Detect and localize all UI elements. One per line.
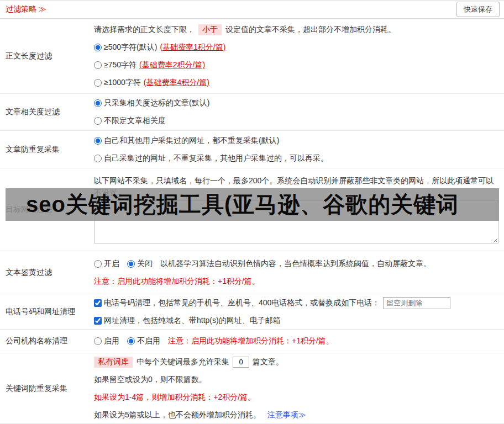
row-label: 文章相关度过滤 (0, 107, 94, 117)
radio-label: 自己和其他用户采集过的网址，都不重复采集(默认) (104, 136, 279, 146)
length-option-1000: ≥1000字符 (基础费率4积分/篇) (94, 74, 498, 92)
row-company-name-cleanup: 公司机构名称清理 启用 不启用 注意：启用此功能将增加积分消耗：+1积分/篇。 (0, 330, 504, 353)
row-label: 正文长度过滤 (0, 51, 94, 61)
keyword-note-five: 如果设为5篇或以上，也不会额外增加积分消耗。 注意事项≫ (94, 406, 498, 424)
radio-porn-off[interactable] (127, 260, 135, 268)
fee-note: (基础费率4积分/篇) (144, 78, 209, 88)
fee-note: (基础费率1积分/篇) (160, 43, 225, 52)
intro-text-post: 设定值的文章不采集，超出部分不增加积分消耗。 (225, 25, 396, 35)
watermark-text: seo关键词挖掘工具(亚马逊、谷歌的关键词 (26, 189, 459, 220)
page-title[interactable]: 过滤策略 ≫ (6, 4, 46, 14)
radio-relevance-any[interactable] (94, 117, 102, 125)
keyword-limit-input[interactable] (233, 357, 249, 368)
phone-cleanup-line: 电话号码清理，包括常见的手机号、座机号、400电话格式，或替换成如下电话： (94, 294, 498, 312)
row-label: 文章防重复采集 (0, 145, 94, 155)
keyword-note-five-text: 如果设为5篇或以上，也不会额外增加积分消耗。 (94, 410, 261, 420)
radio-dedupe-self[interactable] (94, 155, 102, 162)
checkbox-phone-cleanup[interactable] (94, 299, 102, 307)
length-option-750: ≥750字符 (基础费率2积分/篇) (94, 56, 498, 74)
relevance-option-strict: 只采集相关度达标的文章(默认) (94, 94, 498, 112)
porn-filter-desc: 以机器学习算法自动识别色情内容，当色情概率达到系统阈值，自动屏蔽文章。 (160, 259, 431, 269)
body-length-intro: 请选择需求的正文长度下限， 小于 设定值的文章不采集，超出部分不增加积分消耗。 (94, 21, 498, 39)
porn-filter-note: 注意：启用此功能将增加积分消耗：+1积分/篇。 (94, 273, 498, 290)
row-label: 电话号码和网址清理 (0, 307, 94, 317)
radio-label: 不限定文章相关度 (104, 116, 166, 126)
radio-label: 自己采集过的网址，不重复采集，其他用户采集过的，可以再采。 (104, 153, 328, 163)
notice-link[interactable]: 注意事项≫ (267, 410, 306, 420)
radio-label: 只采集相关度达标的文章(默认) (104, 98, 209, 108)
row-dedupe-collection: 文章防重复采集 自己和其他用户采集过的网址，都不重复采集(默认) 自己采集过的网… (0, 131, 504, 168)
keyword-limit-line: 私有词库 中每个关键词最多允许采集 篇文章。 (94, 353, 498, 371)
checkbox-label: 网址清理，包括纯域名、带http(s)的网址、电子邮箱 (104, 316, 281, 326)
company-cleanup-note: 注意：启用此功能将增加积分消耗：+1积分/篇。 (168, 336, 334, 346)
intro-highlight: 小于 (198, 24, 222, 35)
fee-note: (基础费率2积分/篇) (139, 60, 205, 70)
relevance-option-any: 不限定文章相关度 (94, 112, 498, 130)
checkbox-label: 电话号码清理，包括常见的手机号、座机号、400电话格式，或替换成如下电话： (104, 298, 380, 308)
row-body-length-filter: 正文长度过滤 请选择需求的正文长度下限， 小于 设定值的文章不采集，超出部分不增… (0, 19, 504, 94)
keyword-limit-text: 中每个关键词最多允许采集 (136, 357, 229, 367)
porn-filter-options: 开启 关闭 以机器学习算法自动识别色情内容，当色情概率达到系统阈值，自动屏蔽文章… (94, 255, 498, 273)
keyword-limit-suffix: 篇文章。 (253, 357, 284, 367)
radio-porn-on[interactable] (94, 260, 102, 268)
radio-dedupe-global[interactable] (94, 137, 102, 145)
company-cleanup-options: 启用 不启用 注意：启用此功能将增加积分消耗：+1积分/篇。 (94, 332, 498, 350)
row-relevance-filter: 文章相关度过滤 只采集相关度达标的文章(默认) 不限定文章相关度 (0, 94, 504, 131)
keyword-note-zero: 如果留空或设为0，则不限篇数。 (94, 371, 498, 389)
intro-text-pre: 请选择需求的正文长度下限， (94, 25, 195, 35)
row-label: 公司机构名称清理 (0, 336, 94, 346)
radio-company-on[interactable] (94, 337, 102, 345)
dedupe-option-self: 自己采集过的网址，不重复采集，其他用户采集过的，可以再采。 (94, 150, 498, 167)
radio-1000-chars[interactable] (94, 79, 102, 87)
radio-label: 开启 (104, 259, 119, 269)
radio-company-off[interactable] (127, 337, 135, 345)
radio-relevance-strict[interactable] (94, 99, 102, 107)
row-phone-url-cleanup: 电话号码和网址清理 电话号码清理，包括常见的手机号、座机号、400电话格式，或替… (0, 294, 504, 330)
radio-500-chars[interactable] (94, 44, 102, 51)
length-option-500: ≥500字符(默认) (基础费率1积分/篇) (94, 39, 498, 56)
header-bar: 过滤策略 ≫ 快速保存 (0, 0, 504, 19)
private-lexicon-badge: 私有词库 (94, 357, 133, 368)
dedupe-option-global: 自己和其他用户采集过的网址，都不重复采集(默认) (94, 132, 498, 150)
replacement-phone-input[interactable] (383, 297, 450, 309)
keyword-note-fee: 如果设为1-4篇，则增加积分消耗：+2积分/篇。 (94, 389, 498, 406)
row-porn-filter: 文本鉴黄过滤 开启 关闭 以机器学习算法自动识别色情内容，当色情概率达到系统阈值… (0, 251, 504, 294)
radio-label: 不启用 (137, 336, 160, 346)
url-cleanup-line: 网址清理，包括纯域名、带http(s)的网址、电子邮箱 (94, 312, 498, 330)
radio-label: ≥1000字符 (104, 78, 141, 88)
radio-label: ≥500字符(默认) (104, 43, 157, 52)
radio-750-chars[interactable] (94, 61, 102, 69)
watermark-overlay: seo关键词挖掘工具(亚马逊、谷歌的关键词 (6, 188, 499, 221)
row-label: 关键词防重复采集 (0, 384, 94, 394)
quick-save-button[interactable]: 快速保存 (456, 2, 500, 17)
row-label: 文本鉴黄过滤 (0, 268, 94, 278)
radio-label: 关闭 (137, 259, 153, 269)
radio-label: ≥750字符 (104, 60, 136, 70)
checkbox-url-cleanup[interactable] (94, 317, 102, 325)
radio-label: 启用 (104, 336, 119, 346)
row-keyword-dedupe: 关键词防重复采集 私有词库 中每个关键词最多允许采集 篇文章。 如果留空或设为0… (0, 353, 504, 424)
